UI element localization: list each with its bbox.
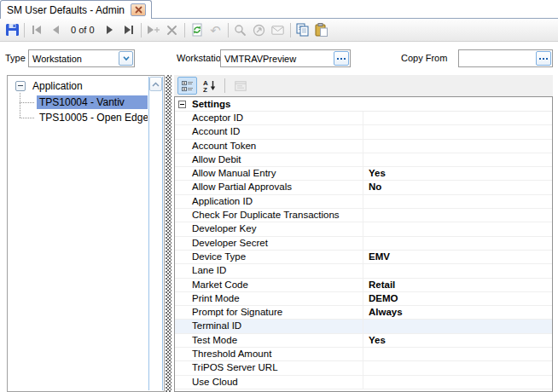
property-value[interactable] [363, 237, 552, 250]
property-row[interactable]: Application ID [175, 195, 552, 209]
undo-icon[interactable]: ↶ [206, 20, 225, 39]
property-value[interactable] [363, 112, 552, 124]
property-row[interactable]: Market Code Retail [175, 279, 552, 292]
property-value[interactable] [363, 376, 552, 389]
fields-row: Type Workstation Workstation Copy From [0, 42, 558, 75]
property-row[interactable]: Acceptor ID [175, 112, 552, 125]
property-name: Test Mode [175, 334, 363, 347]
panel-splitter[interactable] [166, 75, 171, 392]
help-icon[interactable] [250, 20, 269, 39]
email-icon[interactable] [269, 20, 288, 39]
property-name: Application ID [175, 195, 363, 208]
property-row[interactable]: Use Cloud [175, 376, 552, 389]
property-row[interactable]: Check For Duplicate Transactions [175, 209, 552, 222]
property-name: Print Mode [175, 292, 363, 305]
tab-strip: SM User Defaults - Admin [0, 0, 558, 19]
previous-record-icon[interactable] [46, 20, 65, 39]
property-row[interactable]: Device Type EMV [175, 251, 552, 264]
tree-scrollbar[interactable] [148, 77, 163, 390]
tree-children: TPS10004 - Vantiv TPS10005 - Open Edge [8, 95, 164, 125]
chevron-down-icon[interactable] [119, 51, 133, 66]
property-value[interactable]: Yes [363, 167, 552, 180]
property-row[interactable]: Account ID [175, 125, 552, 139]
copy-icon[interactable] [294, 20, 312, 39]
property-value[interactable] [363, 209, 552, 222]
refresh-icon[interactable] [188, 20, 206, 39]
property-value[interactable]: No [363, 181, 552, 193]
property-value[interactable] [363, 222, 552, 235]
category-row-settings[interactable]: Settings [175, 97, 552, 112]
toolbar-separator [224, 78, 225, 93]
delete-record-icon[interactable] [163, 20, 182, 39]
property-row[interactable]: Allow Partial Approvals No [175, 181, 552, 194]
property-name: Allow Manual Entry [175, 167, 363, 180]
property-value[interactable]: Always [363, 306, 552, 319]
property-row[interactable]: Print Mode DEMO [175, 292, 552, 306]
collapse-icon[interactable] [178, 101, 186, 108]
property-pages-icon[interactable] [230, 77, 250, 95]
alphabetical-sort-icon[interactable]: AZ [200, 77, 219, 95]
category-label: Settings [192, 99, 230, 109]
property-value[interactable] [363, 153, 552, 166]
tree-connector [20, 102, 34, 103]
type-combobox[interactable]: Workstation [28, 49, 135, 67]
workstation-input[interactable] [221, 54, 333, 64]
property-grid: Settings Acceptor ID Account ID Account … [174, 96, 553, 392]
tree-item-label[interactable]: TPS10004 - Vantiv [37, 95, 148, 109]
property-row[interactable]: Lane ID [175, 264, 552, 278]
property-row[interactable]: Developer Key [175, 222, 552, 236]
property-value[interactable] [363, 361, 552, 374]
tab-sm-user-defaults[interactable]: SM User Defaults - Admin [0, 0, 152, 19]
copy-from-input[interactable] [459, 54, 535, 64]
property-name: Prompt for Signature [175, 306, 363, 319]
next-record-icon[interactable] [101, 20, 119, 39]
property-value[interactable] [363, 264, 552, 277]
property-value[interactable]: DEMO [363, 292, 552, 305]
property-name: Use Cloud [175, 376, 363, 389]
property-name: Lane ID [175, 264, 363, 277]
property-row[interactable]: Test Mode Yes [175, 334, 552, 348]
tree-item-label[interactable]: TPS10005 - Open Edge [37, 111, 148, 124]
add-new-record-icon[interactable] [144, 20, 163, 39]
copy-from-field[interactable] [458, 49, 553, 67]
property-row[interactable]: Allow Debit [175, 153, 552, 167]
paste-icon[interactable] [312, 20, 331, 39]
property-value[interactable]: Retail [363, 279, 552, 291]
property-value[interactable] [363, 195, 552, 208]
property-row[interactable]: Terminal ID [175, 320, 552, 333]
property-name: Account ID [175, 125, 363, 138]
tab-close-icon[interactable] [131, 3, 146, 16]
print-preview-icon[interactable] [231, 20, 250, 39]
property-value[interactable] [363, 348, 552, 360]
property-value[interactable] [363, 320, 552, 332]
property-row[interactable]: Developer Secret [175, 237, 552, 251]
property-row[interactable]: Account Token [175, 140, 552, 153]
property-row[interactable]: Prompt for Signature Always [175, 306, 552, 320]
tree-item[interactable]: TPS10005 - Open Edge [8, 110, 164, 125]
copy-from-ellipsis-icon[interactable] [536, 51, 551, 66]
workstation-field[interactable] [220, 49, 351, 67]
property-row[interactable]: Allow Manual Entry Yes [175, 167, 552, 181]
property-row[interactable]: TriPOS Server URL [175, 361, 552, 375]
property-name: TriPOS Server URL [175, 361, 363, 374]
save-icon[interactable] [3, 20, 21, 39]
first-record-icon[interactable] [27, 20, 46, 39]
scroll-up-icon[interactable] [149, 77, 162, 91]
workstation-label: Workstation [177, 53, 226, 63]
tree-root-label: Application [32, 80, 83, 92]
property-name: Allow Debit [175, 153, 363, 166]
property-value[interactable]: EMV [363, 251, 552, 263]
property-name: Terminal ID [175, 320, 363, 332]
last-record-icon[interactable] [119, 20, 138, 39]
tree-item[interactable]: TPS10004 - Vantiv [8, 95, 164, 110]
categorized-icon[interactable] [177, 77, 197, 95]
tree-root-application[interactable]: Application [8, 78, 164, 95]
property-row[interactable]: Threshold Amount [175, 348, 552, 361]
property-value[interactable] [363, 125, 552, 138]
property-value[interactable] [363, 140, 552, 153]
property-name: Allow Partial Approvals [175, 181, 363, 193]
collapse-icon[interactable] [15, 81, 26, 91]
copy-from-label: Copy From [401, 53, 447, 63]
property-value[interactable]: Yes [363, 334, 552, 347]
workstation-ellipsis-icon[interactable] [334, 51, 349, 66]
